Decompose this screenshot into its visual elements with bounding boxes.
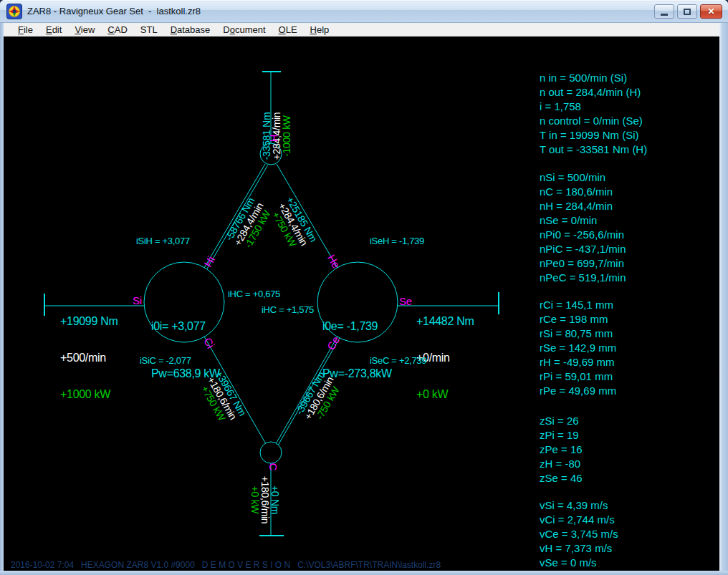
titlebar[interactable]: ZAR8 - Ravigneux Gear Set - lastkoll.zr8…	[0, 0, 728, 23]
ratio-ihc-lower: iHC = +1,575	[262, 304, 314, 315]
window-border-bottom	[0, 571, 728, 575]
menu-item-cad[interactable]: CAD	[101, 23, 133, 37]
panel-line: rPe = 49,69 mm	[540, 384, 616, 398]
panel-line: rSe = 142,9 mm	[540, 341, 616, 355]
menu-item-file[interactable]: File	[11, 23, 39, 37]
ratio-ihc-upper: iHC = +0,675	[228, 289, 280, 299]
panel-line: vSe = 0 m/s	[540, 556, 618, 570]
panel-line: zSi = 26	[540, 414, 583, 428]
power-label: +0 kW	[416, 388, 474, 400]
node-label-h: H	[268, 135, 280, 142]
close-button[interactable]: ✕	[700, 4, 722, 19]
panel-line: nPe0 = 699,7/min	[540, 256, 626, 271]
power-label: +0 kW	[250, 486, 260, 514]
menu-item-help[interactable]: Help	[304, 23, 336, 37]
panel-line: nPeC = 519,1/min	[540, 271, 626, 285]
left-shaft-labels: +19099 Nm +500/min +1000 kW	[60, 291, 118, 425]
ratio-isic: iSiC = -2,077	[140, 355, 191, 366]
power-label: -1000 kW	[282, 115, 292, 157]
panel-line: zPe = 16	[540, 443, 583, 457]
menu-item-edit[interactable]: Edit	[39, 23, 68, 37]
torque-label: +0 Nm	[270, 485, 280, 514]
panel-line: n control = 0/min (Se)	[540, 114, 647, 128]
drawing-canvas: +19099 Nm +500/min +1000 kW +14482 Nm +0…	[4, 37, 719, 571]
panel-line: rCe = 198 mm	[540, 312, 616, 327]
panel-line: nSe = 0/min	[540, 213, 626, 228]
gear-left-text: i0i= +3,077 Pw=638,9 kW	[151, 287, 220, 413]
results-teeth-block: zSi = 26zPi = 19zPe = 16zH = -80zSe = 46	[540, 414, 583, 485]
ratio-isih: iSiH = +3,077	[136, 236, 190, 246]
panel-line: vH = 7,373 m/s	[540, 541, 618, 556]
panel-line: zPi = 19	[540, 428, 583, 443]
menu-item-database[interactable]: Database	[164, 23, 217, 37]
panel-line: nH = 284,4/min	[540, 199, 626, 213]
ratio-isec: iSeC = +2,739	[370, 355, 426, 366]
close-icon: ✕	[707, 7, 714, 16]
gear-ratio: i0e= -1,739	[322, 319, 392, 334]
window-controls: ✕	[654, 4, 722, 19]
bottom-shaft-labels: +0 Nm +180,6/min +0 kW	[250, 476, 280, 524]
menu-item-stl[interactable]: STL	[134, 23, 164, 37]
panel-line: i = 1,758	[540, 100, 647, 114]
results-speeds-block: nSi = 500/minnC = 180,6/minnH = 284,4/mi…	[540, 170, 626, 285]
panel-line: T in = 19099 Nm (Si)	[540, 128, 647, 142]
app-window: ZAR8 - Ravigneux Gear Set - lastkoll.zr8…	[0, 0, 728, 575]
ratio-iseh: iSeH = -1,739	[370, 236, 424, 246]
panel-line: nPi0 = -256,6/min	[540, 228, 626, 242]
gear-power: Pw=638,9 kW	[151, 366, 220, 382]
panel-line: vCe = 3,745 m/s	[540, 527, 618, 541]
menu-item-ole[interactable]: OLE	[272, 23, 304, 37]
panel-line: nC = 180,6/min	[540, 185, 626, 199]
gear-power: Pw=-273,8kW	[322, 366, 392, 382]
gear-ratio: i0i= +3,077	[151, 319, 220, 334]
panel-line: vCi = 2,744 m/s	[540, 513, 618, 527]
status-line: 2016-10-02 7:04 HEXAGON ZAR8 V1.0 #9000 …	[11, 560, 441, 570]
speed-label: +500/min	[60, 352, 118, 364]
torque-label: +14482 Nm	[416, 315, 474, 327]
panel-line: nSi = 500/min	[540, 170, 626, 185]
node-label-se: Se	[399, 295, 412, 307]
panel-line: zH = -80	[540, 457, 583, 471]
node-label-si: Si	[133, 294, 142, 306]
results-summary-block: n in = 500/min (Si)n out = 284,4/min (H)…	[540, 71, 647, 157]
power-label: +1000 kW	[60, 388, 118, 400]
restore-icon	[684, 9, 691, 15]
panel-line: rPi = 59,01 mm	[540, 369, 616, 384]
window-border-right	[719, 23, 728, 575]
app-icon	[6, 4, 22, 19]
menu-bar: FileEditViewCADSTLDatabaseDocumentOLEHel…	[4, 23, 719, 37]
menu-item-document[interactable]: Document	[216, 23, 272, 37]
minimize-button[interactable]	[654, 4, 674, 19]
maximize-button[interactable]	[677, 4, 697, 19]
panel-line: rCi = 145,1 mm	[540, 298, 616, 312]
minimize-icon	[661, 14, 668, 16]
panel-line: T out = -33581 Nm (H)	[540, 142, 647, 157]
node-label-c: C	[267, 463, 279, 471]
panel-line: rSi = 80,75 mm	[540, 327, 616, 341]
menu-item-view[interactable]: View	[68, 23, 101, 37]
panel-line: n in = 500/min (Si)	[540, 71, 647, 85]
results-velocity-block: vSi = 4,39 m/svCi = 2,744 m/svCe = 3,745…	[540, 498, 618, 570]
speed-label: +180,6/min	[260, 476, 270, 524]
window-title: ZAR8 - Ravigneux Gear Set - lastkoll.zr8	[27, 6, 201, 16]
panel-line: n out = 284,4/min (H)	[540, 85, 647, 100]
panel-line: rH = -49,69 mm	[540, 355, 616, 369]
panel-line: vSi = 4,39 m/s	[540, 498, 618, 513]
panel-line: zSe = 46	[540, 471, 583, 485]
bottom-node-circle	[260, 442, 282, 463]
torque-label: +19099 Nm	[60, 315, 118, 327]
results-radii-block: rCi = 145,1 mmrCe = 198 mmrSi = 80,75 mm…	[540, 298, 616, 398]
panel-line: nPiC = -437,1/min	[540, 242, 626, 256]
